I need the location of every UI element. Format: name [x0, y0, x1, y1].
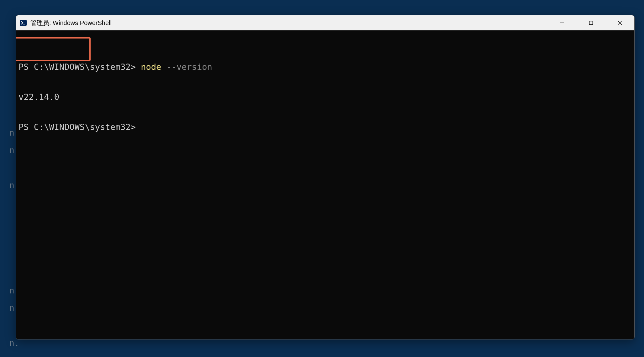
minimize-button[interactable]	[548, 15, 577, 30]
svg-rect-3	[589, 21, 593, 25]
close-icon	[617, 20, 622, 25]
terminal-body[interactable]: PS C:\WINDOWS\system32> node --version v…	[16, 30, 634, 339]
terminal-line-1: PS C:\WINDOWS\system32> node --version	[18, 62, 632, 72]
minimize-icon	[560, 21, 564, 25]
maximize-icon	[589, 21, 593, 25]
terminal-line-3: PS C:\WINDOWS\system32>	[18, 122, 632, 132]
prompt-1: PS C:\WINDOWS\system32>	[18, 62, 136, 72]
output-1: v22.14.0	[18, 92, 59, 102]
terminal-line-2: v22.14.0	[18, 92, 632, 102]
annotation-highlight-box	[16, 37, 91, 61]
maximize-button[interactable]	[577, 15, 605, 30]
prompt-2: PS C:\WINDOWS\system32>	[18, 122, 136, 132]
args-1: --version	[166, 62, 212, 72]
command-1: node	[141, 62, 161, 72]
window-controls	[548, 15, 634, 30]
window-title: 管理员: Windows PowerShell	[30, 19, 548, 27]
close-button[interactable]	[605, 15, 634, 30]
powershell-icon	[20, 19, 27, 26]
title-bar[interactable]: 管理员: Windows PowerShell	[16, 15, 634, 30]
powershell-window: 管理员: Windows PowerShell PS	[16, 15, 635, 339]
